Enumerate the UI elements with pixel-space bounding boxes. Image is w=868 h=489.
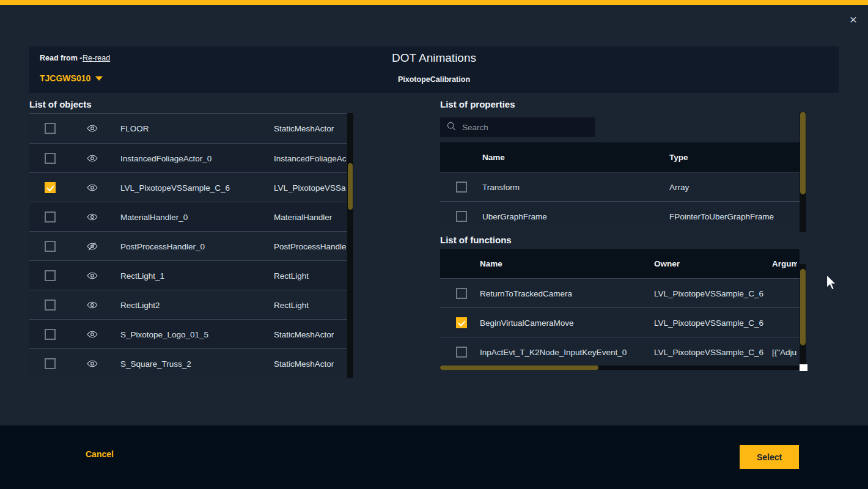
row-checkbox[interactable]	[456, 317, 467, 328]
properties-table-header: Name Type	[440, 142, 800, 172]
scrollbar-thumb[interactable]	[800, 112, 806, 194]
object-type: RectLight	[274, 271, 346, 280]
object-type: PostProcessHandler	[274, 241, 346, 251]
table-row[interactable]: ReturnToTrackedCamera LVL_PixotopeVSSamp…	[440, 278, 800, 307]
row-checkbox[interactable]	[45, 241, 56, 252]
object-name: LVL_PixotopeVSSample_C_6	[120, 183, 230, 192]
functions-scrollbar[interactable]	[800, 264, 806, 366]
dialog: × Read from - Re-read TJCGWS010 DOT Anim…	[0, 0, 868, 489]
objects-scrollbar[interactable]	[347, 113, 353, 378]
function-name: BeginVirtualCameraMove	[480, 318, 574, 327]
object-name: RectLight_1	[120, 271, 164, 280]
object-name: FLOOR	[120, 124, 149, 133]
column-header-name: Name	[480, 259, 502, 268]
table-row[interactable]: S_Square_Truss_2 StaticMeshActor	[29, 348, 353, 378]
table-row[interactable]: FLOOR StaticMeshActor	[29, 114, 353, 143]
row-checkbox[interactable]	[45, 358, 56, 369]
property-name: UberGraphFrame	[482, 211, 547, 221]
function-arguments: [{"Adjus	[772, 347, 797, 356]
cancel-button[interactable]: Cancel	[86, 449, 114, 459]
row-checkbox[interactable]	[45, 153, 56, 164]
dialog-subtitle: PixotopeCalibration	[29, 75, 839, 84]
close-icon[interactable]: ×	[846, 12, 861, 27]
row-checkbox[interactable]	[45, 300, 56, 311]
table-row[interactable]: InpActEvt_T_K2Node_InputKeyEvent_0 LVL_P…	[440, 337, 800, 366]
row-checkbox[interactable]	[45, 329, 56, 340]
object-type: InstancedFoliageAc	[274, 153, 346, 163]
object-type: MaterialHandler	[274, 212, 346, 221]
function-owner: LVL_PixotopeVSSample_C_6	[654, 318, 763, 327]
row-checkbox[interactable]	[456, 288, 467, 299]
search-icon	[446, 121, 457, 134]
object-name: S_Pixotope_Logo_01_5	[120, 329, 208, 339]
function-owner: LVL_PixotopeVSSample_C_6	[654, 347, 763, 356]
eye-off-icon[interactable]	[87, 241, 98, 252]
table-row[interactable]: RectLight_1 RectLight	[29, 260, 353, 290]
dialog-title: DOT Animations	[29, 51, 839, 65]
function-name: InpActEvt_T_K2Node_InputKeyEvent_0	[480, 347, 627, 356]
scrollbar-thumb[interactable]	[800, 269, 806, 345]
object-type: StaticMeshActor	[274, 124, 346, 133]
eye-icon[interactable]	[87, 123, 98, 134]
object-name: PostProcessHandler_0	[120, 241, 205, 251]
scrollbar-corner	[800, 364, 807, 371]
search-input[interactable]	[462, 123, 584, 132]
column-header-owner: Owner	[654, 259, 680, 268]
table-row[interactable]: InstancedFoliageActor_0 InstancedFoliage…	[29, 143, 353, 172]
object-type: LVL_PixotopeVSSam	[274, 183, 346, 192]
scrollbar-thumb[interactable]	[440, 366, 598, 370]
column-header-arguments: Arguments	[772, 259, 797, 268]
function-owner: LVL_PixotopeVSSample_C_6	[654, 289, 763, 298]
row-checkbox[interactable]	[456, 347, 467, 358]
object-name: MaterialHandler_0	[120, 212, 188, 221]
object-name: RectLight2	[120, 300, 160, 309]
table-row[interactable]: RectLight2 RectLight	[29, 290, 353, 319]
scrollbar-thumb[interactable]	[348, 163, 353, 210]
table-row[interactable]: BeginVirtualCameraMove LVL_PixotopeVSSam…	[440, 307, 800, 337]
table-row[interactable]: S_Pixotope_Logo_01_5 StaticMeshActor	[29, 319, 353, 348]
mouse-cursor	[826, 274, 837, 294]
row-checkbox[interactable]	[45, 270, 56, 281]
column-header-name: Name	[482, 153, 505, 162]
objects-title: List of objects	[29, 99, 92, 109]
row-checkbox[interactable]	[45, 182, 56, 193]
properties-search[interactable]	[440, 117, 595, 137]
functions-table-header: Name Owner Arguments	[440, 249, 800, 278]
eye-icon[interactable]	[87, 358, 98, 369]
eye-icon[interactable]	[87, 153, 98, 164]
table-row[interactable]: MaterialHandler_0 MaterialHandler	[29, 202, 353, 231]
object-name: InstancedFoliageActor_0	[120, 153, 211, 163]
properties-scrollbar[interactable]	[800, 112, 806, 232]
functions-table: Name Owner Arguments ReturnToTrackedCame…	[440, 249, 800, 366]
object-type: StaticMeshActor	[274, 329, 346, 339]
eye-icon[interactable]	[87, 329, 98, 340]
table-row[interactable]: Transform Array	[440, 172, 800, 201]
properties-table: Name Type Transform Array UberGraphFrame…	[440, 142, 800, 230]
column-header-type: Type	[669, 153, 688, 162]
row-checkbox[interactable]	[456, 182, 467, 193]
object-type: RectLight	[274, 300, 346, 309]
object-name: S_Square_Truss_2	[120, 359, 191, 368]
property-type: Array	[669, 182, 689, 191]
property-type: FPointerToUberGraphFrame	[669, 211, 774, 221]
table-row[interactable]: UberGraphFrame FPointerToUberGraphFrame	[440, 201, 800, 230]
eye-icon[interactable]	[87, 270, 98, 281]
eye-icon[interactable]	[87, 211, 98, 222]
select-button[interactable]: Select	[740, 445, 799, 469]
row-checkbox[interactable]	[456, 211, 467, 222]
function-name: ReturnToTrackedCamera	[480, 289, 572, 298]
dialog-footer: Cancel Select	[0, 425, 868, 489]
objects-table: FLOOR StaticMeshActor InstancedFoliageAc…	[29, 113, 353, 378]
dialog-header: Read from - Re-read TJCGWS010 DOT Animat…	[29, 46, 839, 93]
eye-icon[interactable]	[87, 182, 98, 193]
eye-icon[interactable]	[87, 300, 98, 311]
functions-horizontal-scrollbar[interactable]	[440, 366, 800, 370]
row-checkbox[interactable]	[45, 211, 56, 222]
table-row[interactable]: PostProcessHandler_0 PostProcessHandler	[29, 231, 353, 260]
table-row[interactable]: LVL_PixotopeVSSample_C_6 LVL_PixotopeVSS…	[29, 172, 353, 202]
property-name: Transform	[482, 182, 520, 191]
functions-title: List of functions	[440, 235, 512, 245]
row-checkbox[interactable]	[45, 123, 56, 134]
properties-title: List of properties	[440, 99, 515, 109]
top-accent-bar	[0, 0, 868, 5]
